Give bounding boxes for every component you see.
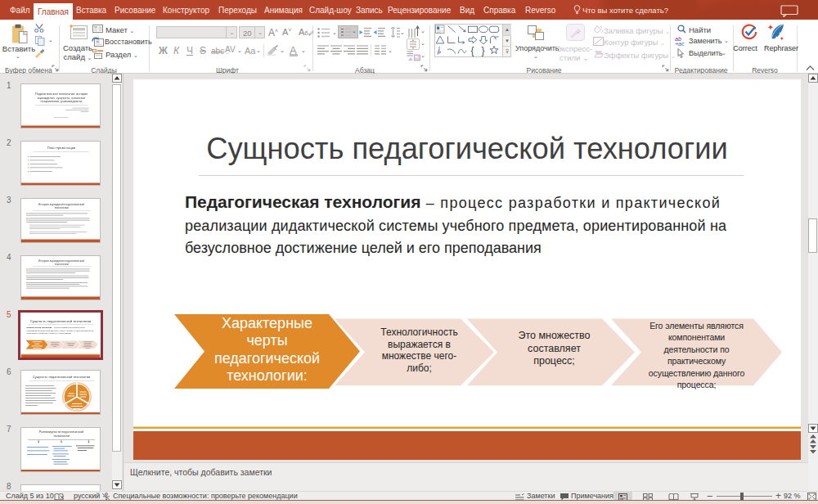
svg-text:}: } [482,45,485,56]
svg-text:{: { [471,45,474,56]
svg-text:ac: ac [678,41,685,47]
